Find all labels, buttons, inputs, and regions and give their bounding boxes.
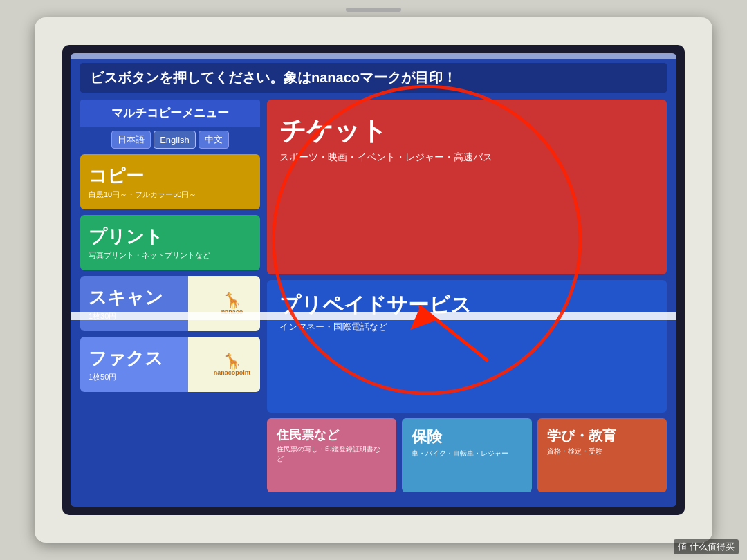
screen-bezel: ビスボタンを押してください。象はnanacoマークが目印！ マルチコピーメニュー… [62, 45, 685, 515]
copy-button[interactable]: コピー 白黒10円～・フルカラー50円～ [80, 154, 260, 209]
right-panel: チケット スポーツ・映画・イベント・レジャー・高速バス プリペイドサービス イン… [267, 100, 667, 492]
content-area: マルチコピーメニュー 日本語 English 中文 コピー 白黒10円～・フルカ… [80, 100, 667, 492]
lang-japanese[interactable]: 日本語 [111, 131, 151, 149]
print-sub-text: 写真プリント・ネットプリントなど [89, 250, 252, 261]
copy-main-text: コピー [89, 164, 252, 188]
ticket-main-text: チケット [279, 113, 654, 149]
nanaco-label: nanaco [221, 308, 243, 315]
watermark: 値 什么值得买 [674, 539, 739, 554]
resident-main-text: 住民票など [277, 427, 387, 443]
prepaid-sub-text: インマネー・国際電話など [279, 321, 654, 333]
nanaco-giraffe-icon2: 🦒 [223, 353, 241, 368]
fax-button[interactable]: ファクス 1枚50円 🦒 nanacopoint [80, 337, 260, 392]
copy-sub-text: 白黒10円～・フルカラー50円～ [89, 189, 252, 200]
insurance-main-text: 保険 [412, 427, 522, 447]
ticket-sub-text: スポーツ・映画・イベント・レジャー・高速バス [279, 151, 654, 164]
machine-outer: ビスボタンを押してください。象はnanacoマークが目印！ マルチコピーメニュー… [35, 17, 712, 543]
resident-button[interactable]: 住民票など 住民票の写し・印鑑登録証明書など [267, 418, 396, 492]
insurance-button[interactable]: 保険 車・バイク・自転車・レジャー [402, 418, 531, 492]
top-bar-text: ビスボタンを押してください。象はnanacoマークが目印！ [90, 68, 456, 87]
scan-button[interactable]: スキャン 1枚30円 🦒 nanaco [80, 276, 260, 331]
top-notification-bar: ビスボタンを押してください。象はnanacoマークが目印！ [80, 63, 667, 93]
lang-chinese[interactable]: 中文 [199, 131, 229, 149]
language-buttons: 日本語 English 中文 [80, 131, 260, 149]
prepaid-main-text: プリペイドサービス [279, 291, 654, 319]
nanaco-point-label: nanacopoint [214, 368, 251, 375]
menu-header: マルチコピーメニュー [80, 100, 260, 127]
prepaid-button[interactable]: プリペイドサービス インマネー・国際電話など [267, 280, 667, 413]
speaker [346, 8, 401, 12]
study-main-text: 学び・教育 [547, 427, 657, 445]
ticket-button[interactable]: チケット スポーツ・映画・イベント・レジャー・高速バス [267, 100, 667, 274]
glare [71, 53, 676, 59]
resident-sub-text: 住民票の写し・印鑑登録証明書など [277, 445, 387, 464]
study-sub-text: 資格・検定・受験 [547, 447, 657, 456]
nanaco-badge-fax: 🦒 nanacopoint [210, 346, 255, 384]
left-panel: マルチコピーメニュー 日本語 English 中文 コピー 白黒10円～・フルカ… [80, 100, 260, 492]
insurance-sub-text: 車・バイク・自転車・レジャー [412, 449, 522, 458]
lang-english[interactable]: English [154, 131, 196, 149]
bottom-right-row: 住民票など 住民票の写し・印鑑登録証明書など 保険 車・バイク・自転車・レジャー… [267, 418, 667, 492]
watermark-text: 値 什么值得买 [678, 541, 735, 552]
print-button[interactable]: プリント 写真プリント・ネットプリントなど [80, 215, 260, 270]
screen: ビスボタンを押してください。象はnanacoマークが目印！ マルチコピーメニュー… [71, 53, 676, 507]
study-button[interactable]: 学び・教育 資格・検定・受験 [537, 418, 667, 492]
nanaco-badge-scan: 🦒 nanaco [210, 285, 255, 323]
print-main-text: プリント [89, 225, 252, 249]
nanaco-giraffe-icon: 🦒 [223, 292, 241, 308]
